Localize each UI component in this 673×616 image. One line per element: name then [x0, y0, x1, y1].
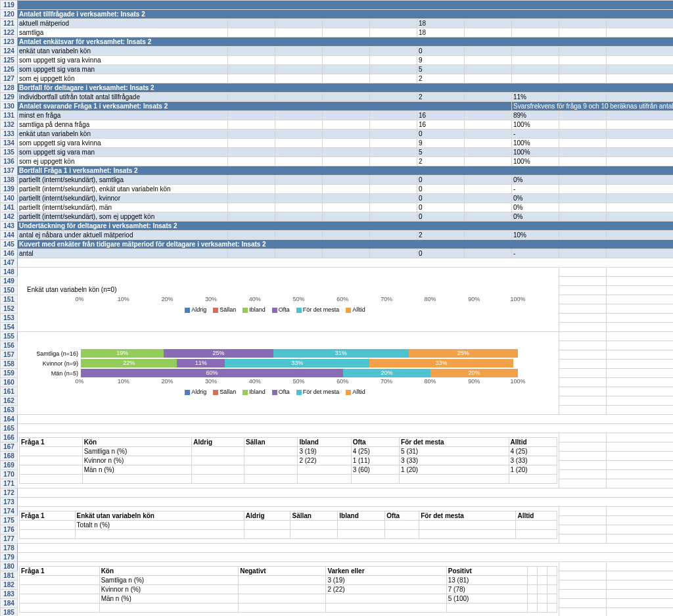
cell[interactable]: 0	[417, 176, 465, 185]
cell[interactable]: 2	[417, 93, 465, 102]
cell[interactable]: som uppgett sig vara man	[18, 148, 228, 157]
cell[interactable]: 0	[417, 249, 465, 258]
cell[interactable]: 9	[417, 56, 465, 65]
cell[interactable]: 0	[417, 185, 465, 194]
row-header[interactable]: 173	[1, 498, 18, 507]
cell[interactable]: 11%	[512, 93, 559, 102]
row-header[interactable]: 128	[1, 83, 18, 93]
row-header[interactable]: 146	[1, 249, 18, 258]
cell[interactable]: -	[512, 249, 559, 258]
row-header[interactable]: 170	[1, 470, 18, 479]
row-header[interactable]: 176	[1, 525, 18, 534]
cell[interactable]: enkät utan variabeln kön	[18, 47, 228, 56]
row-header[interactable]: 129	[1, 93, 18, 102]
row-header[interactable]: 165	[1, 424, 18, 433]
row-header[interactable]: 140	[1, 194, 18, 203]
row-header[interactable]: 124	[1, 47, 18, 56]
cell[interactable]: enkät utan variabeln kön	[18, 130, 228, 139]
cell[interactable]: partiellt (internt/sekundärt), kvinnor	[18, 194, 228, 203]
cell[interactable]: antal ej nåbara under aktuell mätperiod	[18, 231, 228, 240]
row-header[interactable]: 152	[1, 304, 18, 314]
row-header[interactable]: 134	[1, 139, 18, 148]
row-header[interactable]: 120	[1, 10, 18, 19]
row-header[interactable]: 156	[1, 341, 18, 350]
row-header[interactable]: 184	[1, 599, 18, 608]
cell[interactable]: 100%	[512, 139, 559, 148]
row-header[interactable]: 141	[1, 203, 18, 212]
cell[interactable]: 9	[417, 139, 465, 148]
cell[interactable]: 100%	[512, 157, 559, 166]
row-header[interactable]: 163	[1, 406, 18, 415]
cell[interactable]: 0%	[512, 176, 559, 185]
row-header[interactable]: 172	[1, 488, 18, 498]
cell[interactable]: 89%	[512, 111, 559, 120]
row-header[interactable]: 147	[1, 258, 18, 268]
cell[interactable]: 100%	[512, 148, 559, 157]
cell[interactable]: som uppgett sig vara kvinna	[18, 56, 228, 65]
cell[interactable]: 5	[417, 148, 465, 157]
row-header[interactable]: 119	[1, 1, 18, 10]
row-header[interactable]: 158	[1, 360, 18, 369]
cell[interactable]: 0	[417, 212, 465, 222]
row-header[interactable]: 144	[1, 231, 18, 240]
row-header[interactable]: 150	[1, 286, 18, 295]
row-header[interactable]: 157	[1, 350, 18, 360]
cell[interactable]: partiellt (internt/sekundärt), enkät uta…	[18, 185, 228, 194]
cell[interactable]: 100%	[512, 120, 559, 130]
row-header[interactable]: 154	[1, 323, 18, 332]
cell[interactable]: 2	[417, 231, 465, 240]
cell[interactable]: 0%	[512, 194, 559, 203]
row-header[interactable]: 161	[1, 387, 18, 396]
cell[interactable]: 0	[417, 203, 465, 212]
cell[interactable]: som uppgett sig vara man	[18, 65, 228, 74]
cell[interactable]: partiellt (internt/sekundärt), samtliga	[18, 176, 228, 185]
cell[interactable]: 2	[417, 157, 465, 166]
row-header[interactable]: 132	[1, 120, 18, 130]
cell[interactable]: 0	[417, 130, 465, 139]
row-header[interactable]: 145	[1, 240, 18, 249]
cell[interactable]: partiellt (internt/sekundärt), som ej up…	[18, 212, 228, 222]
row-header[interactable]: 136	[1, 157, 18, 166]
row-header[interactable]: 159	[1, 369, 18, 378]
cell[interactable]: antal	[18, 249, 228, 258]
row-header[interactable]: 123	[1, 37, 18, 47]
row-header[interactable]: 183	[1, 590, 18, 599]
cell[interactable]: 2	[417, 74, 465, 83]
cell[interactable]: -	[512, 185, 559, 194]
row-header[interactable]: 179	[1, 553, 18, 562]
row-header[interactable]: 122	[1, 28, 18, 37]
row-header[interactable]: 171	[1, 479, 18, 488]
cell[interactable]: 16	[417, 111, 465, 120]
row-header[interactable]: 139	[1, 185, 18, 194]
cell[interactable]: 5	[417, 65, 465, 74]
cell[interactable]: partiellt (internt/sekundärt), män	[18, 203, 228, 212]
cell[interactable]: individbortfall utifrån totalt antal til…	[18, 93, 228, 102]
cell[interactable]: som ej uppgett kön	[18, 157, 228, 166]
cell[interactable]: 18	[417, 19, 465, 28]
row-header[interactable]: 182	[1, 580, 18, 590]
row-header[interactable]: 138	[1, 176, 18, 185]
row-header[interactable]: 151	[1, 295, 18, 304]
cell[interactable]: minst en fråga	[18, 111, 228, 120]
row-header[interactable]: 175	[1, 516, 18, 525]
spreadsheet-grid[interactable]: 119 120 Antalet tillfrågade i verksamhet…	[0, 0, 673, 616]
row-header[interactable]: 125	[1, 56, 18, 65]
row-header[interactable]: 148	[1, 268, 18, 277]
row-header[interactable]: 149	[1, 277, 18, 286]
row-header[interactable]: 167	[1, 442, 18, 452]
cell[interactable]: samtliga	[18, 28, 228, 37]
row-header[interactable]: 137	[1, 166, 18, 176]
cell[interactable]: 0%	[512, 212, 559, 222]
row-header[interactable]: 153	[1, 314, 18, 323]
row-header[interactable]: 143	[1, 222, 18, 231]
row-header[interactable]: 130	[1, 102, 18, 111]
row-header[interactable]: 181	[1, 571, 18, 580]
cell[interactable]: som ej uppgett kön	[18, 74, 228, 83]
cell[interactable]: samtliga på denna fråga	[18, 120, 228, 130]
cell[interactable]: 10%	[512, 231, 559, 240]
row-header[interactable]: 135	[1, 148, 18, 157]
cell[interactable]: 0	[417, 194, 465, 203]
cell[interactable]: 18	[417, 28, 465, 37]
row-header[interactable]: 177	[1, 534, 18, 544]
row-header[interactable]: 142	[1, 212, 18, 222]
